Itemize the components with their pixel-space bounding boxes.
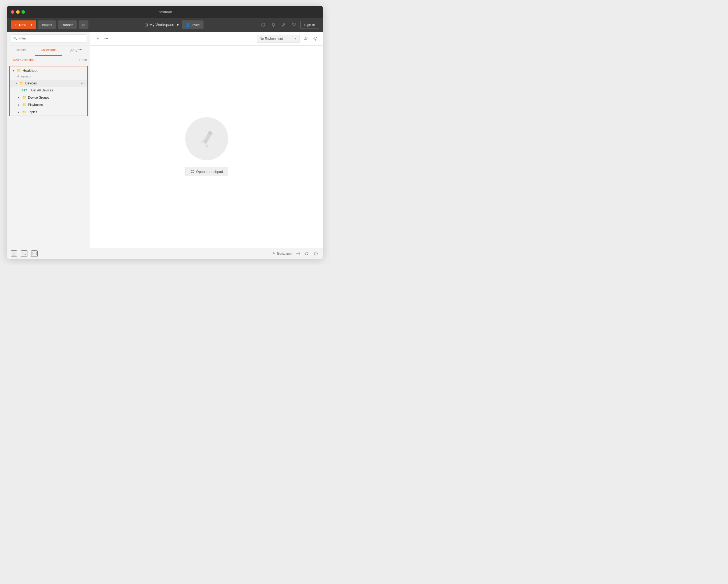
folder-device-groups-name: Device Groups: [28, 96, 49, 100]
pencil-icon: [196, 128, 217, 150]
open-launchpad-label: Open Launchpad: [196, 170, 223, 174]
collections-toolbar: + New Collection Trash: [7, 56, 90, 64]
eye-button[interactable]: [302, 35, 309, 43]
invite-button[interactable]: 👤 Invite: [182, 20, 204, 29]
new-collection-button[interactable]: + New Collection: [10, 58, 34, 62]
bell-icon: [271, 23, 276, 27]
content-body: Open Launchpad: [90, 46, 323, 248]
svg-marker-7: [206, 144, 208, 147]
chevron-right-icon: ▶: [18, 96, 21, 99]
more-tabs-button[interactable]: •••: [104, 36, 108, 41]
bootcamp-icon: [272, 252, 276, 255]
collection-folder-icon: 📁: [17, 69, 21, 73]
svg-point-3: [304, 37, 307, 40]
plus-icon: ＋: [14, 22, 18, 27]
layout-icon: ⊞: [82, 23, 85, 27]
more-options-icon[interactable]: •••: [81, 81, 85, 85]
workspace-button[interactable]: ⊞ My Workspace ▼: [145, 22, 180, 27]
search-input[interactable]: [19, 36, 84, 40]
request-name: Get All Devices: [31, 88, 53, 92]
chevron-down-icon: ▼: [12, 69, 15, 72]
environment-selector[interactable]: No Environment ▼: [257, 35, 300, 43]
runner-button[interactable]: Runner: [58, 20, 77, 29]
close-button[interactable]: [11, 10, 14, 14]
open-launchpad-button[interactable]: Open Launchpad: [185, 167, 228, 176]
console-button[interactable]: [31, 250, 37, 257]
sidebar: 🔍 History Collections APIstrue + New Col…: [7, 32, 90, 248]
notification-icon-button[interactable]: [270, 21, 277, 28]
sync-button[interactable]: [304, 250, 310, 257]
sidebar-tabs: History Collections APIstrue: [7, 46, 90, 56]
collection-healthbot-header[interactable]: ▼ 📁 Healthbot: [10, 67, 87, 75]
svg-rect-12: [190, 172, 192, 173]
bootcamp-button[interactable]: Bootcamp: [272, 252, 292, 255]
signin-button[interactable]: Sign In: [300, 21, 319, 29]
folder-icon: 📁: [22, 110, 26, 114]
gear-icon: [313, 36, 317, 41]
header-right: No Environment ▼: [257, 35, 319, 43]
toolbar-right: Sign In: [259, 21, 319, 29]
content-area: + ••• No Environment ▼: [90, 32, 323, 248]
find-button[interactable]: [21, 250, 27, 257]
layout-options-button[interactable]: [294, 250, 301, 257]
svg-rect-14: [12, 252, 16, 255]
env-dropdown-arrow: ▼: [294, 37, 297, 40]
svg-rect-18: [32, 252, 36, 255]
bootcamp-label: Bootcamp: [277, 252, 292, 255]
add-tab-button[interactable]: +: [94, 35, 102, 43]
launchpad-icon: [190, 170, 194, 173]
method-get-badge: GET: [22, 89, 29, 92]
folder-devices[interactable]: ▼ 📁 Devices •••: [10, 80, 87, 87]
layout-button[interactable]: ⊞: [79, 20, 88, 29]
tab-history[interactable]: History: [7, 46, 35, 56]
eye-icon: [304, 36, 308, 41]
main-area: 🔍 History Collections APIstrue + New Col…: [7, 32, 323, 248]
tab-apis[interactable]: APIstrue: [62, 46, 90, 56]
svg-point-4: [305, 38, 306, 39]
sidebar-search-area: 🔍: [7, 32, 90, 46]
invite-label: Invite: [191, 23, 200, 27]
folder-device-groups[interactable]: ▶ 📁 Device Groups: [10, 94, 87, 101]
svg-point-16: [23, 252, 25, 254]
settings-button[interactable]: [312, 35, 319, 43]
content-header: + ••• No Environment ▼: [90, 32, 323, 46]
toolbar: ＋ New ▼ Import Runner ⊞ ⊞ My Workspace ▼…: [7, 18, 323, 32]
folder-devices-name: Devices: [25, 81, 85, 85]
folder-playbooks-name: Playbooks: [28, 103, 43, 107]
svg-rect-11: [192, 170, 194, 171]
chevron-right-icon: ▶: [18, 103, 21, 106]
help-icon: [314, 252, 318, 255]
svg-point-5: [315, 38, 316, 39]
satellite-icon-button[interactable]: [259, 21, 267, 28]
folder-playbooks[interactable]: ▶ 📁 Playbooks: [10, 101, 87, 108]
sidebar-toggle-button[interactable]: [11, 250, 17, 257]
traffic-lights: [11, 10, 25, 14]
tab-collections[interactable]: Collections: [35, 46, 62, 56]
folder-topics[interactable]: ▶ 📁 Topics: [10, 108, 87, 116]
import-button[interactable]: Import: [38, 20, 56, 29]
titlebar: Postman: [7, 6, 323, 18]
workspace-arrow-icon: ▼: [176, 23, 180, 27]
heart-icon-button[interactable]: [290, 21, 297, 28]
ellipsis-icon: •••: [104, 36, 108, 41]
svg-rect-13: [192, 172, 194, 173]
toolbar-center: ⊞ My Workspace ▼ 👤 Invite: [90, 20, 257, 29]
help-button[interactable]: [313, 250, 319, 257]
window-title: Postman: [158, 10, 172, 14]
new-label: New: [19, 23, 26, 27]
console-icon: [32, 252, 36, 255]
maximize-button[interactable]: [22, 10, 25, 14]
folder-icon: 📁: [19, 81, 24, 85]
trash-button[interactable]: Trash: [79, 58, 87, 62]
new-button[interactable]: ＋ New ▼: [11, 20, 36, 29]
no-environment-label: No Environment: [260, 37, 283, 41]
minimize-button[interactable]: [16, 10, 20, 14]
new-dropdown-arrow[interactable]: ▼: [28, 23, 33, 26]
wrench-icon-button[interactable]: [280, 21, 287, 28]
svg-rect-10: [190, 170, 192, 171]
svg-line-17: [25, 254, 26, 255]
layout-icon: [296, 252, 300, 255]
bottom-right: Bootcamp: [272, 250, 319, 257]
request-get-all-devices[interactable]: GET Get All Devices: [10, 87, 87, 94]
search-icon: 🔍: [13, 36, 17, 40]
